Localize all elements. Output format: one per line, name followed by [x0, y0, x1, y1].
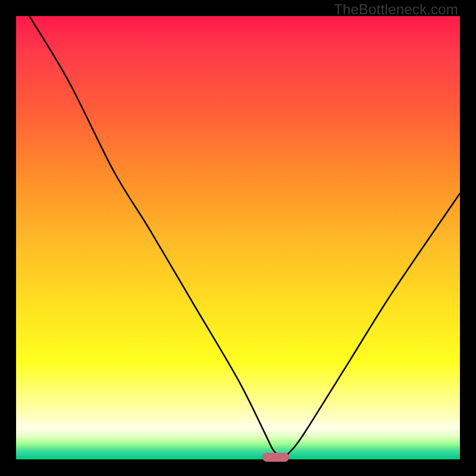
- optimal-marker: [262, 453, 289, 462]
- plot-area: [16, 16, 460, 459]
- watermark-text: TheBottleneck.com: [334, 1, 458, 18]
- chart-container: TheBottleneck.com: [0, 0, 476, 476]
